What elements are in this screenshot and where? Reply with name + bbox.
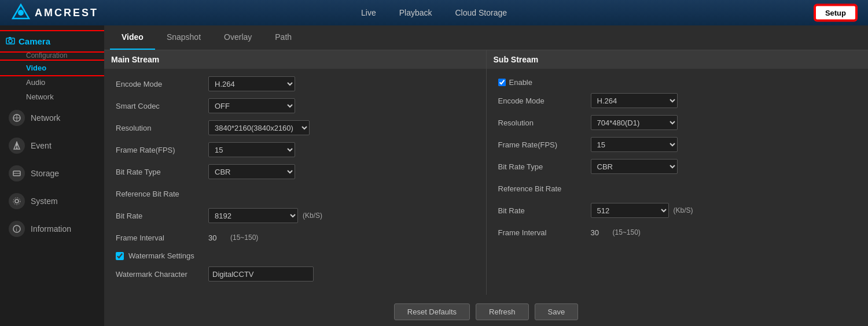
configuration-label: Configuration [0,51,104,60]
svg-point-3 [9,39,12,43]
camera-label: Camera [19,36,50,46]
nav-playback[interactable]: Playback [399,8,432,17]
bit-rate-type-label: Bit Rate Type [116,168,208,176]
sub-bit-rate-select[interactable]: 5122561024 [591,203,669,218]
sub-encode-mode-select[interactable]: H.264H.265 [591,93,678,108]
camera-icon [6,36,15,47]
svg-point-12 [13,198,20,205]
encode-mode-row: Encode Mode H.264H.265MJPEG [116,76,475,92]
svg-point-11 [15,199,19,203]
logo-text: AMCREST [35,7,98,19]
sidebar-item-storage[interactable]: Storage [0,160,104,187]
enable-row: Enable [498,76,857,87]
sub-bit-rate-unit: (Kb/S) [674,206,693,214]
event-label: Event [31,141,52,150]
sub-frame-rate-label: Frame Rate(FPS) [498,140,591,149]
setup-button[interactable]: Setup [815,5,856,21]
storage-icon [9,165,25,181]
save-button[interactable]: Save [535,303,579,320]
sidebar-item-information[interactable]: i Information [0,215,104,243]
information-label: Information [31,224,71,234]
main-stream-header: Main Stream [104,50,486,69]
logo-area: AMCREST [12,3,98,22]
svg-point-1 [18,10,24,16]
resolution-row: Resolution 3840*2160(3840x2160)2560*1440… [116,120,475,136]
tabs-bar: Video Snapshot Overlay Path [104,25,868,50]
tab-snapshot[interactable]: Snapshot [155,25,212,50]
watermark-checkbox[interactable] [116,252,124,260]
nav-live[interactable]: Live [361,8,376,17]
sub-encode-mode-row: Encode Mode H.264H.265 [498,92,857,109]
sub-reference-bit-rate-label: Reference Bit Rate [498,184,591,193]
bit-rate-label: Bit Rate [116,212,208,220]
sub-resolution-row: Resolution 704*480(D1)352*240(CIF) [498,114,857,131]
sub-frame-interval-value: 30 [591,228,608,237]
tab-overlay[interactable]: Overlay [212,25,263,50]
system-icon [9,193,25,209]
watermark-char-input[interactable] [208,266,314,281]
bit-rate-type-row: Bit Rate Type CBRVBR [116,164,475,180]
sidebar: Camera Configuration Video Audio Network… [0,25,104,326]
sub-frame-interval-range: (15~150) [613,228,641,236]
nav-cloud-storage[interactable]: Cloud Storage [455,8,507,17]
svg-point-8 [16,147,18,149]
reset-defaults-button[interactable]: Reset Defaults [394,303,470,320]
resolution-select[interactable]: 3840*2160(3840x2160)2560*14401920*1080 [208,120,310,135]
frame-interval-range: (15~150) [230,234,258,242]
bit-rate-unit: (Kb/S) [303,212,322,220]
watermark-char-label: Watermark Character [116,270,208,279]
svg-rect-4 [9,37,11,38]
network-label: Network [31,113,60,123]
frame-rate-row: Frame Rate(FPS) 15302520 [116,142,475,158]
sub-frame-rate-row: Frame Rate(FPS) 153025 [498,136,857,153]
smart-codec-label: Smart Codec [116,102,208,110]
sidebar-item-system[interactable]: System [0,187,104,215]
information-icon: i [9,221,25,237]
reference-bit-rate-row: Reference Bit Rate [116,186,475,202]
frame-interval-row: Frame Interval 30 (15~150) [116,229,475,246]
top-nav: AMCREST Live Playback Cloud Storage Setu… [0,0,868,25]
refresh-button[interactable]: Refresh [476,303,529,320]
bit-rate-type-select[interactable]: CBRVBR [208,164,295,179]
sub-bit-rate-type-label: Bit Rate Type [498,162,591,171]
sub-stream-header: Sub Stream [487,50,869,69]
sub-reference-bit-rate-row: Reference Bit Rate [498,180,857,197]
sidebar-item-network-sub[interactable]: Network [0,90,104,104]
smart-codec-select[interactable]: OFFON [208,98,295,113]
tab-path[interactable]: Path [263,25,303,50]
sidebar-item-audio[interactable]: Audio [0,75,104,90]
sidebar-item-camera[interactable]: Camera [0,31,104,51]
stream-panels: Main Stream Encode Mode H.264H.265MJPEG … [104,50,868,295]
sub-bit-rate-label: Bit Rate [498,206,591,215]
enable-checkbox[interactable] [498,79,506,86]
encode-mode-label: Encode Mode [116,80,208,88]
sub-frame-rate-select[interactable]: 153025 [591,137,678,152]
sidebar-item-event[interactable]: Event [0,132,104,160]
reference-bit-rate-label: Reference Bit Rate [116,190,208,198]
sub-bit-rate-type-select[interactable]: CBRVBR [591,159,678,174]
sidebar-item-video[interactable]: Video [0,61,104,75]
frame-rate-select[interactable]: 15302520 [208,142,295,157]
sub-stream-panel: Sub Stream Enable Encode Mode H.264H.265… [487,50,869,295]
resolution-label: Resolution [116,124,208,132]
sub-frame-interval-row: Frame Interval 30 (15~150) [498,224,857,240]
bit-rate-select[interactable]: 8192614440962048 [208,208,298,223]
tab-video[interactable]: Video [110,25,155,50]
bit-rate-row: Bit Rate 8192614440962048 (Kb/S) [116,208,475,224]
event-icon [9,138,25,154]
main-layout: Camera Configuration Video Audio Network… [0,25,868,326]
sub-resolution-select[interactable]: 704*480(D1)352*240(CIF) [591,115,678,130]
enable-label: Enable [509,78,532,87]
sidebar-item-network[interactable]: Network [0,104,104,132]
nav-links: Live Playback Cloud Storage [361,8,507,17]
sub-bit-rate-row: Bit Rate 5122561024 (Kb/S) [498,202,857,218]
smart-codec-row: Smart Codec OFFON [116,98,475,114]
system-label: System [31,197,58,206]
svg-text:i: i [16,227,17,232]
encode-mode-select[interactable]: H.264H.265MJPEG [208,76,295,91]
amcrest-logo-icon [12,3,30,22]
network-icon [9,110,25,126]
sub-bit-rate-type-row: Bit Rate Type CBRVBR [498,158,857,175]
frame-rate-label: Frame Rate(FPS) [116,146,208,154]
frame-interval-label: Frame Interval [116,234,208,242]
